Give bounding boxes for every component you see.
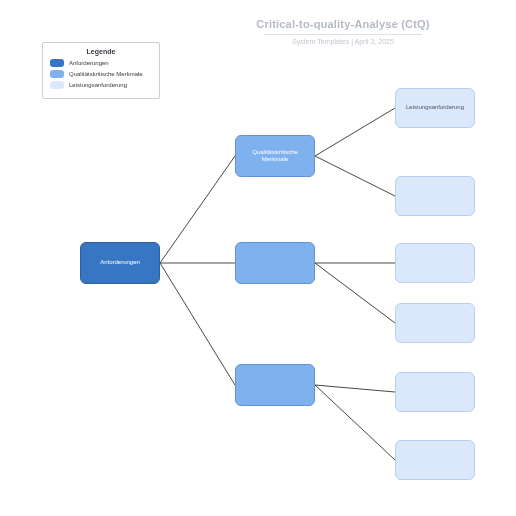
node-performance-4[interactable]	[395, 303, 475, 343]
node-quality-3[interactable]	[235, 364, 315, 406]
node-root-anforderungen[interactable]: Anforderungen	[80, 242, 160, 284]
connector	[315, 385, 395, 392]
connector	[160, 263, 235, 385]
node-performance-2[interactable]	[395, 176, 475, 216]
connector	[315, 108, 395, 156]
node-performance-3[interactable]	[395, 243, 475, 283]
node-performance-1[interactable]: Leistungsanforderung	[395, 88, 475, 128]
node-label: Leistungsanforderung	[406, 104, 464, 112]
connector	[315, 263, 395, 323]
node-performance-6[interactable]	[395, 440, 475, 480]
node-quality-2[interactable]	[235, 242, 315, 284]
node-performance-5[interactable]	[395, 372, 475, 412]
node-quality-1[interactable]: Qualitätskritische Merkmale	[235, 135, 315, 177]
connector	[160, 156, 235, 263]
connector	[315, 156, 395, 196]
node-label: Qualitätskritische Merkmale	[240, 149, 310, 164]
connector	[315, 385, 395, 460]
node-label: Anforderungen	[100, 259, 140, 267]
